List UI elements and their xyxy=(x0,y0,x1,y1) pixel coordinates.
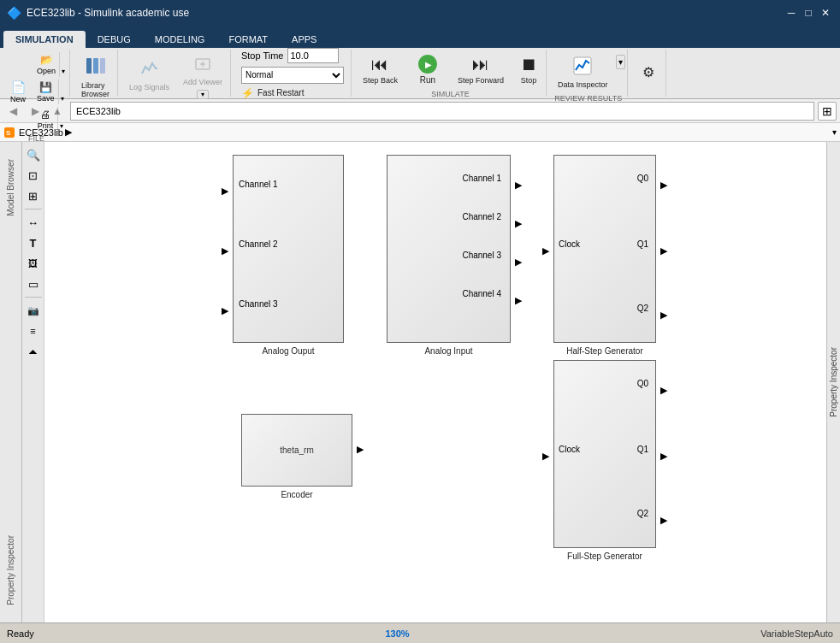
full-step-block[interactable]: ▶ Clock ▶ ▶ ▶ Q0 Q1 Q2 Full-Step Generat… xyxy=(553,360,656,561)
encoder-box: theta_rm ▶ xyxy=(241,414,352,487)
fs-clock-label: Clock xyxy=(559,445,580,454)
fs-q1-arrow: ▶ xyxy=(660,451,667,462)
arrow-tool[interactable]: ↔ xyxy=(24,213,43,232)
more-tools-button[interactable]: ⚙ xyxy=(633,61,664,86)
half-step-label: Half-Step Generator xyxy=(566,346,643,356)
grid-tool[interactable]: ⊞ xyxy=(24,186,43,205)
simulate-group-label: SIMULATE xyxy=(357,90,544,98)
tool-divider2 xyxy=(25,297,42,298)
zoom-in-tool[interactable]: 🔍 xyxy=(24,145,43,164)
ao-ch1-label: Channel 1 xyxy=(239,180,278,189)
tool-palette: 🔍 ⊡ ⊞ ↔ T 🖼 ▭ 📷 ≡ ⏶ xyxy=(22,142,44,622)
tool-divider xyxy=(25,209,42,209)
step-back-label: Step Back xyxy=(363,76,398,85)
window-title: ECE323lib - Simulink academic use xyxy=(27,7,189,19)
app-icon: 🔷 xyxy=(7,6,21,20)
up-button[interactable]: ▲ xyxy=(48,102,67,121)
step-back-button[interactable]: ⏮ Step Back xyxy=(357,51,404,88)
file-group: 📄 New 📂 Open ▾ 💾 Save ▾ xyxy=(3,50,70,97)
addrbar-path: ECE323lib ▶ xyxy=(19,127,829,138)
tab-format[interactable]: FORMAT xyxy=(216,31,280,48)
open-arrow[interactable]: ▾ xyxy=(59,52,67,77)
encoder-label: Encoder xyxy=(281,490,312,499)
fit-tool[interactable]: ⊡ xyxy=(24,166,43,185)
property-inspector-tab-label[interactable]: Property Inspector xyxy=(6,535,15,605)
list-tool[interactable]: ≡ xyxy=(24,322,43,340)
canvas[interactable]: ▶ ▶ ▶ Channel 1 Channel 2 Channel 3 Anal… xyxy=(44,142,826,622)
grid-view-button[interactable]: ⊞ xyxy=(818,102,837,121)
half-step-block[interactable]: ▶ Clock ▶ ▶ ▶ Q0 Q1 Q2 Half-Step Generat… xyxy=(553,155,656,356)
addrbar-dropdown[interactable]: ▾ xyxy=(832,127,837,137)
ai-ch3-label: Channel 3 xyxy=(462,251,501,260)
add-viewer-button[interactable]: Add Viewer xyxy=(177,51,228,90)
analog-input-block[interactable]: ▶ ▶ ▶ ▶ Channel 1 Channel 2 Channel 3 Ch… xyxy=(387,155,511,356)
tab-modeling[interactable]: MODELING xyxy=(143,31,217,48)
forward-button[interactable]: ▶ xyxy=(26,102,44,121)
image-tool[interactable]: 🖼 xyxy=(24,254,43,273)
ai-ch1-label: Channel 1 xyxy=(462,174,501,183)
expand-tool[interactable]: ⏶ xyxy=(24,342,43,361)
maximize-button[interactable]: □ xyxy=(801,5,816,21)
status-ready: Ready xyxy=(7,628,34,639)
camera-tool[interactable]: 📷 xyxy=(24,301,43,320)
log-signals-label: Log Signals xyxy=(129,83,169,91)
analog-output-box: ▶ ▶ ▶ Channel 1 Channel 2 Channel 3 xyxy=(233,155,344,343)
open-main[interactable]: 📂 Open xyxy=(33,52,59,77)
step-forward-icon: ⏭ xyxy=(472,55,489,74)
rect-tool[interactable]: ▭ xyxy=(24,274,43,293)
half-step-box: ▶ Clock ▶ ▶ ▶ Q0 Q1 Q2 xyxy=(553,155,656,343)
data-inspector-label: Data Inspector xyxy=(558,80,608,89)
menu-tabs: SIMULATION DEBUG MODELING FORMAT APPS xyxy=(0,26,840,48)
encoder-block[interactable]: theta_rm ▶ Encoder xyxy=(241,414,352,499)
new-icon: 📄 xyxy=(11,80,26,94)
stoptime-input[interactable] xyxy=(287,48,339,63)
library-browser-button[interactable]: LibraryBrowser xyxy=(75,51,115,102)
right-panel: Property Inspector xyxy=(826,142,840,622)
ao-port2-arrow: ▶ xyxy=(222,245,228,257)
close-button[interactable]: ✕ xyxy=(818,5,833,21)
addrpath-text: ECE323lib xyxy=(19,127,63,138)
open-button[interactable]: 📂 Open ▾ xyxy=(33,51,68,78)
ao-port1-arrow: ▶ xyxy=(222,186,228,197)
fs-q2-arrow: ▶ xyxy=(660,515,667,526)
analog-output-block[interactable]: ▶ ▶ ▶ Channel 1 Channel 2 Channel 3 Anal… xyxy=(233,155,344,356)
ai-ch2-label: Channel 2 xyxy=(462,212,501,221)
log-signals-icon xyxy=(140,60,159,81)
review-dropdown[interactable]: ▾ xyxy=(616,55,625,69)
property-inspector-label[interactable]: Property Inspector xyxy=(825,344,840,421)
stop-icon: ⏹ xyxy=(520,55,537,74)
minimize-button[interactable]: ─ xyxy=(784,5,799,21)
toolbar: 📄 New 📂 Open ▾ 💾 Save ▾ xyxy=(0,48,840,99)
hs-q0-label: Q0 xyxy=(637,174,648,183)
tab-simulation[interactable]: SIMULATION xyxy=(3,31,86,48)
navbar: ◀ ▶ ▲ ECE323lib ⊞ xyxy=(0,99,840,123)
stoptime-group: Stop Time Normal Accelerator Rapid Accel… xyxy=(234,50,352,97)
log-signals-button[interactable]: Log Signals xyxy=(123,56,175,95)
main-area: Model Browser Property Inspector 🔍 ⊡ ⊞ ↔… xyxy=(0,142,840,622)
tab-apps[interactable]: APPS xyxy=(280,31,328,48)
text-tool[interactable]: T xyxy=(24,233,43,252)
ao-port3-arrow: ▶ xyxy=(222,305,228,316)
model-browser-tab-label[interactable]: Model Browser xyxy=(6,159,15,216)
solver-select[interactable]: Normal Accelerator Rapid Accelerator xyxy=(241,67,344,84)
data-inspector-button[interactable]: Data Inspector xyxy=(552,51,614,92)
ao-ch2-label: Channel 2 xyxy=(239,239,278,249)
run-button[interactable]: Run xyxy=(407,51,448,88)
hs-q2-arrow: ▶ xyxy=(660,310,667,321)
full-step-label: Full-Step Generator xyxy=(567,552,642,561)
prepare-dropdown[interactable]: ▾ xyxy=(197,90,209,99)
back-button[interactable]: ◀ xyxy=(3,102,22,121)
ai-port1-arrow: ▶ xyxy=(515,180,522,191)
statusbar: Ready 130% VariableStepAuto xyxy=(0,622,840,643)
stop-button[interactable]: ⏹ Stop xyxy=(513,51,544,88)
tab-debug[interactable]: DEBUG xyxy=(86,31,143,48)
save-arrow[interactable]: ▾ xyxy=(58,80,66,104)
enc-port-arrow: ▶ xyxy=(357,444,364,455)
step-forward-button[interactable]: ⏭ Step Forward xyxy=(452,51,510,88)
save-main[interactable]: 💾 Save xyxy=(33,80,58,104)
hs-q2-label: Q2 xyxy=(637,304,648,313)
svg-rect-2 xyxy=(100,58,105,74)
analog-output-label: Analog Ouput xyxy=(262,346,314,356)
canvas-row: 🔍 ⊡ ⊞ ↔ T 🖼 ▭ 📷 ≡ ⏶ ▶ xyxy=(22,142,826,622)
breadcrumb: ECE323lib xyxy=(70,102,814,121)
